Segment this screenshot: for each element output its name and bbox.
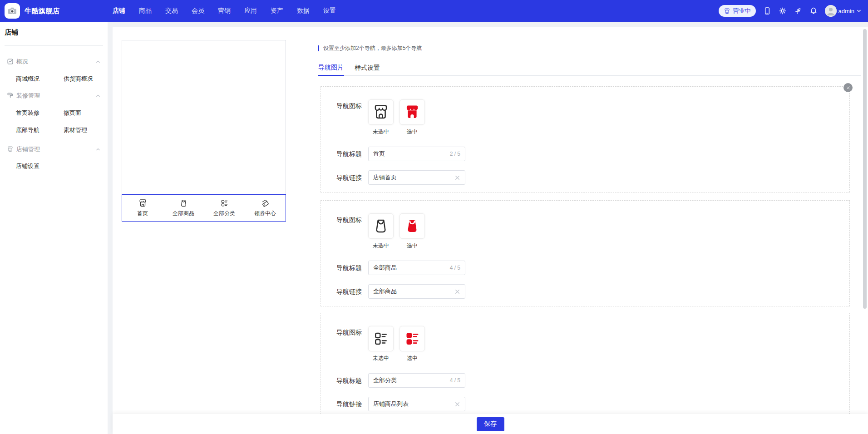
nav-title-input[interactable]: 全部商品 4 / 5	[368, 261, 465, 275]
clear-icon[interactable]	[454, 175, 460, 181]
sidebar-section-overview[interactable]: 概况	[7, 58, 101, 65]
store-icon	[372, 103, 390, 121]
chevron-up-icon[interactable]	[95, 93, 101, 99]
icon-caption-selected: 选中	[407, 128, 418, 135]
sidebar-section-shop-mgmt[interactable]: 店铺管理	[7, 146, 101, 153]
nav-item-card-all-categories: 导航图标 未选中 选中 导航标题 全部分类	[321, 313, 850, 426]
nav-title-value: 首页	[373, 150, 385, 158]
field-label-nav-icon: 导航图标	[336, 99, 362, 135]
tab-style-settings[interactable]: 样式设置	[354, 60, 380, 76]
scrollbar-thumb[interactable]	[863, 29, 867, 309]
bell-icon[interactable]	[809, 7, 818, 15]
preview-nav-label: 首页	[137, 210, 148, 217]
account-menu[interactable]: admin	[825, 5, 862, 17]
sidebar-section-decoration[interactable]: 装修管理	[7, 92, 101, 99]
editor-tabs: 导航图片 样式设置	[318, 60, 861, 76]
clear-icon[interactable]	[454, 401, 460, 407]
top-nav-item-settings[interactable]: 设置	[323, 7, 336, 15]
field-label-nav-icon: 导航图标	[336, 213, 362, 249]
camera-icon	[7, 5, 18, 16]
top-nav-item-trade[interactable]: 交易	[165, 7, 178, 15]
storefront-icon	[724, 8, 730, 15]
char-counter: 4 / 5	[450, 265, 460, 271]
gear-icon[interactable]	[779, 7, 787, 15]
tab-nav-images[interactable]: 导航图片	[318, 60, 344, 76]
sidebar-section-label: 装修管理	[16, 93, 40, 99]
top-nav-item-assets[interactable]: 资产	[271, 7, 283, 15]
field-label-nav-title: 导航标题	[336, 377, 362, 384]
sidebar-item-material-mgmt[interactable]: 素材管理	[64, 127, 108, 133]
nav-link-input[interactable]: 全部商品	[368, 284, 465, 299]
nav-link-input[interactable]: 店铺商品列表	[368, 397, 465, 411]
remove-nav-item-button[interactable]	[843, 83, 853, 92]
sidebar-item-bottom-nav[interactable]: 底部导航	[16, 127, 64, 133]
field-label-nav-title: 导航标题	[336, 150, 362, 158]
chevron-up-icon[interactable]	[95, 147, 101, 152]
top-nav-item-apps[interactable]: 应用	[244, 7, 257, 15]
nav-icon-selected-picker[interactable]	[399, 99, 425, 125]
save-button[interactable]: 保存	[477, 417, 504, 431]
save-bar: 保存	[113, 414, 868, 434]
close-icon	[846, 86, 850, 90]
field-label-nav-title: 导航标题	[336, 264, 362, 271]
sidebar-item-micro-page[interactable]: 微页面	[64, 110, 108, 116]
rocket-icon[interactable]	[794, 7, 802, 15]
phone-preview: 首页 全部商品 全部分类 领券中心	[122, 40, 286, 222]
bag-filled-icon	[403, 217, 421, 235]
sidebar-item-home-decoration[interactable]: 首页装修	[16, 110, 64, 116]
bag-icon	[179, 198, 188, 208]
phone-bottom-nav-selected[interactable]: 首页 全部商品 全部分类 领券中心	[122, 194, 286, 222]
sidebar-items-overview: 商城概况 供货商概况	[16, 76, 108, 82]
field-label-nav-icon: 导航图标	[336, 326, 362, 361]
chevron-up-icon[interactable]	[95, 59, 101, 64]
top-nav-item-goods[interactable]: 商品	[139, 7, 152, 15]
icon-caption-selected: 选中	[407, 355, 418, 361]
nav-icon-unselected-picker[interactable]	[368, 99, 394, 125]
sidebar-item-supplier-overview[interactable]: 供货商概况	[64, 76, 108, 82]
top-nav-item-marketing[interactable]: 营销	[218, 7, 231, 15]
char-counter: 2 / 5	[450, 151, 460, 157]
sidebar-item-shop-settings[interactable]: 店铺设置	[16, 163, 64, 169]
preview-nav-label: 领券中心	[254, 210, 276, 217]
top-nav-item-shop[interactable]: 店铺	[113, 7, 125, 15]
sidebar-items-decoration: 首页装修 微页面 底部导航 素材管理	[16, 110, 108, 133]
nav-icon-selected-picker[interactable]	[399, 213, 425, 239]
store-logo[interactable]	[5, 3, 20, 19]
preview-nav-home[interactable]: 首页	[122, 198, 163, 217]
topbar: 牛酷旗舰店 店铺 商品 交易 会员 营销 应用 资产 数据 设置 营业中 adm…	[0, 0, 868, 22]
field-label-nav-link: 导航链接	[336, 174, 362, 181]
clear-icon[interactable]	[454, 289, 460, 295]
top-nav-item-member[interactable]: 会员	[192, 7, 204, 15]
nav-title-input[interactable]: 首页 2 / 5	[368, 147, 465, 161]
mobile-preview-icon[interactable]	[763, 7, 771, 15]
store-status-badge[interactable]: 营业中	[719, 5, 756, 17]
nav-link-value: 店铺首页	[373, 173, 397, 182]
status-badge-label: 营业中	[733, 7, 751, 15]
main-panel: 首页 全部商品 全部分类 领券中心 设置至少添加2个导航，最多添加5个导航 导航…	[113, 27, 868, 434]
nav-item-card-home: 导航图标 未选中 选中 导航标题 首页 2	[321, 86, 850, 192]
nav-title-value: 全部商品	[373, 264, 397, 272]
store-icon	[138, 198, 148, 208]
preview-nav-all-categories[interactable]: 全部分类	[204, 198, 245, 217]
char-counter: 4 / 5	[450, 377, 460, 384]
nav-title-value: 全部分类	[373, 376, 397, 385]
sidebar-item-mall-overview[interactable]: 商城概况	[16, 76, 64, 82]
category-icon	[372, 330, 390, 348]
topbar-right: 营业中 admin	[719, 0, 862, 22]
nav-link-value: 全部商品	[373, 287, 397, 296]
vertical-scrollbar[interactable]	[863, 28, 867, 431]
nav-icon-unselected-picker[interactable]	[368, 326, 394, 351]
preview-nav-all-goods[interactable]: 全部商品	[163, 198, 204, 217]
sidebar-items-shop-mgmt: 店铺设置	[16, 163, 108, 169]
nav-icon-unselected-picker[interactable]	[368, 213, 394, 239]
nav-link-input[interactable]: 店铺首页	[368, 170, 465, 185]
nav-title-input[interactable]: 全部分类 4 / 5	[368, 373, 465, 388]
category-filled-icon	[403, 330, 421, 348]
top-nav-item-data[interactable]: 数据	[297, 7, 310, 15]
preview-nav-coupon-center[interactable]: 领券中心	[245, 198, 286, 217]
nav-icon-selected-picker[interactable]	[399, 326, 425, 351]
coupon-icon	[261, 198, 270, 208]
sidebar-title: 店铺	[5, 28, 108, 36]
sidebar-section-label: 店铺管理	[16, 146, 40, 153]
chart-icon	[7, 58, 14, 65]
